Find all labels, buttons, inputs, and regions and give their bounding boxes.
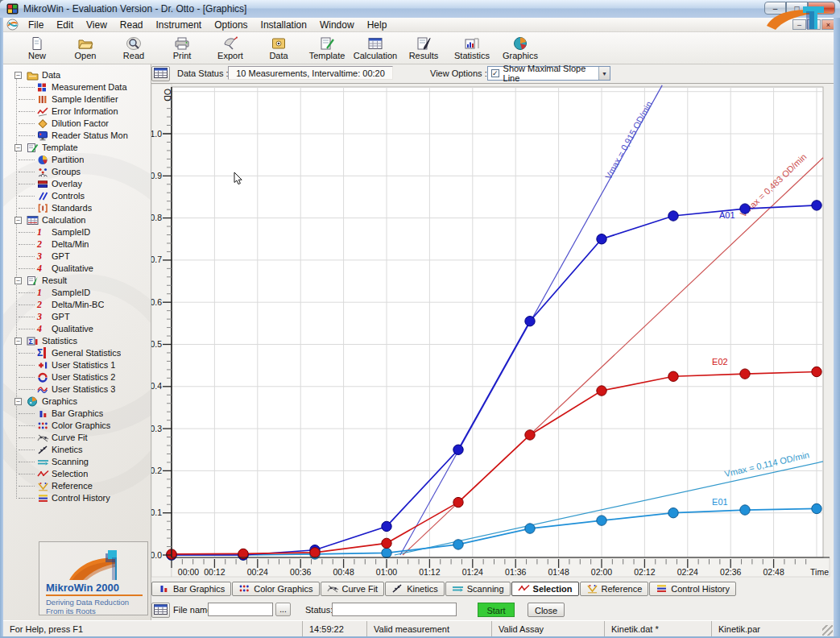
- tree-item-scanning[interactable]: Scanning: [5, 456, 151, 468]
- menu-options[interactable]: Options: [208, 19, 254, 31]
- file-name-input[interactable]: [208, 603, 273, 616]
- tree-connector: [19, 437, 35, 438]
- tree-item-qualitative[interactable]: 4 Qualitative: [5, 323, 151, 335]
- tree-item-user-statistics-2[interactable]: User Statistics 2: [5, 371, 151, 383]
- tree-item-measurement-data[interactable]: Measurement Data: [5, 81, 151, 93]
- menu-instrument[interactable]: Instrument: [150, 19, 209, 31]
- tree-item-label: User Statistics 1: [52, 360, 115, 370]
- tab-kinetics[interactable]: Kinetics: [385, 582, 445, 596]
- tree-group-graphics[interactable]: – Graphics: [5, 396, 151, 408]
- tree-item-user-statistics-3[interactable]: User Statistics 3: [5, 383, 151, 396]
- tree-item-curve-fit[interactable]: Curve Fit: [5, 432, 151, 444]
- tree-item-delta-min-bc[interactable]: 2 Delta/Min-BC: [5, 299, 151, 311]
- browse-button[interactable]: ...: [275, 603, 291, 616]
- collapse-icon[interactable]: –: [14, 72, 22, 79]
- toolbar-button-label: Read: [123, 51, 144, 60]
- tree-item-kinetics[interactable]: Kinetics: [5, 444, 151, 456]
- tab-curve-fit[interactable]: Curve Fit: [321, 582, 385, 596]
- tab-bar-graphics[interactable]: Bar Graphics: [151, 582, 231, 596]
- tree-connector: [19, 123, 35, 124]
- menu-installation[interactable]: Installation: [254, 19, 313, 31]
- tree-item-reader-status-mon[interactable]: Reader Status Mon: [5, 130, 151, 142]
- toolbar-new-button[interactable]: New: [13, 33, 61, 64]
- view-options-dropdown[interactable]: ✓ Show Maximal Slope Line ▼: [487, 66, 610, 81]
- brand-panel: MikroWin 2000 Deriving Data Reduction Fr…: [39, 541, 148, 615]
- status-input[interactable]: [332, 603, 457, 616]
- tree-item-user-statistics-1[interactable]: User Statistics 1: [5, 359, 151, 371]
- tree-item-standards[interactable]: Standards: [5, 202, 151, 214]
- tree-item-sampleid[interactable]: 1 SampleID: [5, 226, 151, 238]
- tree-item-controls[interactable]: Controls: [5, 190, 151, 202]
- tree-item-partition[interactable]: Partition: [5, 154, 151, 166]
- checkbox-checked-icon[interactable]: ✓: [491, 69, 499, 77]
- tree-item-control-history[interactable]: Control History: [5, 492, 151, 504]
- tree-group-result[interactable]: – Result: [5, 275, 151, 287]
- data-point-e01: [668, 508, 678, 518]
- menu-help[interactable]: Help: [361, 19, 394, 31]
- tree-item-sampleid[interactable]: 1 SampleID: [5, 287, 151, 299]
- tree-item-general-statistics[interactable]: Σ General Statistics: [5, 347, 151, 359]
- tree-item-color-graphics[interactable]: Color Graphics: [5, 420, 151, 432]
- tree-group-calculation[interactable]: – Calculation: [5, 214, 151, 226]
- tab-color-graphics[interactable]: Color Graphics: [232, 582, 319, 596]
- export-icon: [222, 35, 238, 51]
- menu-file[interactable]: File: [22, 19, 50, 31]
- tree-item-gpt[interactable]: 3 GPT: [5, 251, 151, 263]
- app-menu-icon[interactable]: [6, 19, 19, 31]
- tree-item-overlay[interactable]: Overlay: [5, 178, 151, 190]
- collapse-icon[interactable]: –: [14, 277, 22, 284]
- tree-item-label: Delta/Min-BC: [52, 300, 104, 309]
- tree-item-label: Bar Graphics: [52, 408, 103, 418]
- tree-group-statistics[interactable]: – Σ Statistics: [5, 335, 151, 347]
- collapse-icon[interactable]: –: [14, 398, 22, 405]
- tab-reference[interactable]: Reference: [580, 582, 649, 596]
- collapse-icon[interactable]: –: [14, 338, 22, 345]
- menu-view[interactable]: View: [80, 19, 114, 31]
- toolbar-button-label: Print: [173, 51, 192, 60]
- toolbar-print-button[interactable]: Print: [158, 33, 206, 64]
- tree-group-template[interactable]: – Template: [5, 142, 151, 154]
- tab-selection[interactable]: Selection: [511, 582, 579, 596]
- grid-view-button-bottom[interactable]: [151, 603, 170, 618]
- toolbar-export-button[interactable]: Export: [206, 33, 254, 64]
- tree-item-qualitative[interactable]: 4 Qualitative: [5, 263, 151, 275]
- toolbar-data-button[interactable]: Data: [254, 33, 303, 64]
- tree-item-sample-identifier[interactable]: Sample Identifier: [5, 93, 151, 106]
- tree-item-groups[interactable]: Groups: [5, 166, 151, 178]
- tree-item-selection[interactable]: Selection: [5, 468, 151, 480]
- collapse-icon[interactable]: –: [14, 217, 22, 224]
- close-dialog-button[interactable]: Close: [528, 603, 565, 617]
- chevron-down-icon[interactable]: ▼: [598, 67, 610, 80]
- print-icon: [174, 35, 190, 51]
- tree-item-dilution-factor[interactable]: Dilution Factor: [5, 118, 151, 130]
- tab-scanning[interactable]: Scanning: [445, 582, 511, 596]
- resize-grip[interactable]: [822, 625, 833, 636]
- toolbar-calculation-button[interactable]: Calculation: [351, 33, 399, 64]
- x-tick-label: 02:00: [591, 567, 612, 577]
- tree-item-delta-min[interactable]: 2 Delta/Min: [5, 238, 151, 251]
- toolbar-graphics-button[interactable]: Graphics: [496, 33, 544, 64]
- collapse-icon[interactable]: –: [14, 144, 22, 151]
- toolbar-template-button[interactable]: Template: [303, 33, 351, 64]
- tree-item-reference[interactable]: Reference: [5, 480, 151, 492]
- statusbar-panel-1: For Help, press F1: [3, 621, 303, 636]
- tree-item-gpt[interactable]: 3 GPT: [5, 311, 151, 323]
- data-point-e02: [812, 367, 821, 376]
- tab-control-history[interactable]: Control History: [649, 582, 736, 596]
- calculation-icon: [367, 35, 383, 51]
- x-tick-label: 01:12: [419, 567, 440, 577]
- start-button[interactable]: Start: [478, 603, 515, 617]
- menu-edit[interactable]: Edit: [50, 19, 80, 31]
- tree-item-bar-graphics[interactable]: Bar Graphics: [5, 408, 151, 420]
- menu-read[interactable]: Read: [114, 19, 150, 31]
- tree-group-data[interactable]: – Data: [5, 69, 151, 81]
- toolbar-statistics-button[interactable]: Statistics: [448, 33, 496, 64]
- grid-view-button[interactable]: [151, 66, 170, 81]
- menu-window[interactable]: Window: [313, 19, 361, 31]
- tree-item-label: GPT: [52, 251, 70, 261]
- tree-item-error-information[interactable]: Error Information: [5, 106, 151, 118]
- toolbar-open-button[interactable]: Open: [61, 33, 110, 64]
- toolbar-results-button[interactable]: Results: [399, 33, 448, 64]
- file-controls-row: File name: ... Status: Start Close: [151, 601, 834, 620]
- toolbar-read-button[interactable]: Read: [110, 33, 158, 64]
